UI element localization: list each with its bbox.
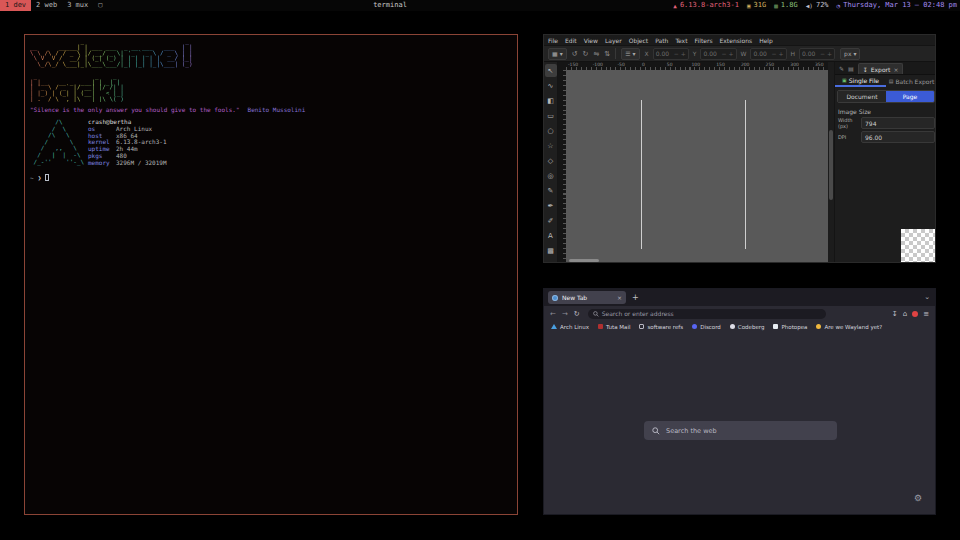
- tab-close-icon[interactable]: ×: [617, 294, 622, 301]
- bookmark-wayland[interactable]: Are we Wayland yet?: [816, 324, 882, 330]
- pencil-dialog-icon[interactable]: ✎: [839, 65, 844, 74]
- forward-icon[interactable]: →: [562, 310, 568, 318]
- bookmark-photopea[interactable]: Photopea: [773, 324, 807, 330]
- bookmark-tuta[interactable]: Tuta Mail: [598, 324, 630, 330]
- spiral-tool[interactable]: ◎: [545, 169, 557, 182]
- menu-text[interactable]: Text: [675, 37, 687, 44]
- bookmark-arch[interactable]: Arch Linux: [551, 324, 589, 330]
- flip-vertical-icon[interactable]: ⇅: [604, 50, 610, 58]
- menu-layer[interactable]: Layer: [605, 37, 622, 44]
- pencil-tool[interactable]: ✎: [545, 184, 557, 197]
- calligraphy-tool[interactable]: ✐: [545, 214, 557, 227]
- workspace-mux[interactable]: 3 mux: [62, 0, 93, 11]
- horizontal-ruler[interactable]: -150-100-50050100150200250300350: [566, 62, 828, 70]
- export-tab-batch-export[interactable]: ▤Batch Export: [886, 75, 936, 87]
- export-tab-single-file[interactable]: ▣Single File: [835, 75, 886, 87]
- plus-icon[interactable]: +: [728, 50, 733, 57]
- export-dialog-tab[interactable]: ↧ Export ×: [858, 63, 904, 74]
- node-tool[interactable]: ∿: [545, 79, 557, 92]
- disk-module[interactable]: ▣31G: [747, 0, 766, 11]
- shape-builder-tool[interactable]: ◧: [545, 94, 557, 107]
- kernel-module[interactable]: ▲6.13.8-arch3-1: [673, 0, 739, 11]
- downloads-icon[interactable]: ↧: [892, 310, 898, 318]
- layers-dialog-icon[interactable]: ▤: [848, 65, 854, 74]
- home-icon[interactable]: ⌂: [903, 310, 907, 318]
- new-tab-button[interactable]: +: [632, 293, 639, 302]
- menu-filters[interactable]: Filters: [695, 37, 713, 44]
- shell-prompt[interactable]: ~ ❯: [30, 174, 49, 181]
- workspace-web[interactable]: 2 web: [31, 0, 62, 11]
- menu-help[interactable]: Help: [759, 37, 773, 44]
- text-tool[interactable]: A: [545, 229, 557, 242]
- export-mode-tabs: ▣Single File▤Batch Export: [835, 75, 936, 87]
- terminal-window[interactable]: _ _ __ _____| | ___ ___ _ __ ___ ___ | |…: [24, 34, 518, 515]
- inkscape-canvas[interactable]: [566, 70, 828, 263]
- box3d-tool[interactable]: ◇: [545, 154, 557, 167]
- url-bar[interactable]: Search or enter address: [588, 309, 826, 319]
- terminal-cursor: [45, 174, 49, 181]
- plus-icon[interactable]: +: [681, 50, 686, 57]
- selection-mode-dropdown[interactable]: ▦▾: [548, 48, 567, 60]
- vertical-scrollbar-thumb[interactable]: [829, 130, 833, 200]
- coordinate-fields: X0.00−+Y0.00−+W0.00−+H0.00−+: [645, 48, 836, 60]
- width-input[interactable]: 794: [861, 117, 935, 129]
- menu-file[interactable]: File: [548, 37, 558, 44]
- bookmark-discord[interactable]: Discord: [692, 324, 721, 330]
- plus-icon[interactable]: +: [778, 50, 783, 57]
- field-x[interactable]: 0.00−+: [653, 48, 689, 60]
- star-tool[interactable]: ☆: [545, 139, 557, 152]
- minus-icon[interactable]: −: [674, 50, 679, 57]
- export-area-buttons: DocumentPage: [837, 90, 935, 103]
- quote-line: "Silence is the only answer you should g…: [30, 106, 305, 113]
- field-h[interactable]: 0.00−+: [799, 48, 835, 60]
- browser-window[interactable]: New Tab × + ⌄ ← → ↻ Search or enter addr…: [543, 288, 936, 515]
- field-w[interactable]: 0.00−+: [750, 48, 786, 60]
- extension-icon[interactable]: [912, 311, 918, 317]
- back-icon[interactable]: ←: [550, 310, 556, 318]
- urlbar-placeholder: Search or enter address: [602, 310, 674, 317]
- unit-dropdown[interactable]: px▾: [840, 48, 860, 60]
- menu-view[interactable]: View: [584, 37, 598, 44]
- minus-icon[interactable]: −: [820, 50, 825, 57]
- memory-module[interactable]: ▥1.8G: [774, 0, 797, 11]
- close-icon[interactable]: ×: [893, 66, 898, 73]
- bookmark-folder[interactable]: software refs: [639, 324, 683, 330]
- menu-edit[interactable]: Edit: [565, 37, 577, 44]
- rectangle-tool[interactable]: ▭: [545, 109, 557, 122]
- snap-dropdown[interactable]: ☰▾: [621, 48, 639, 60]
- page-left-edge: [641, 100, 642, 249]
- gradient-tool[interactable]: ▩: [545, 244, 557, 257]
- gear-icon[interactable]: ⚙: [914, 494, 922, 503]
- rotate-ccw-icon[interactable]: ↺: [572, 50, 578, 58]
- dpi-input[interactable]: 96.00: [861, 131, 935, 143]
- menu-extensions[interactable]: Extensions: [720, 37, 753, 44]
- menu-object[interactable]: Object: [629, 37, 649, 44]
- reload-icon[interactable]: ↻: [574, 310, 580, 318]
- pen-tool[interactable]: ✒: [545, 199, 557, 212]
- workspace-empty[interactable]: ▢: [93, 0, 107, 11]
- web-search-box[interactable]: Search the web: [644, 421, 837, 440]
- dpi-row: DPI 96.00: [838, 131, 935, 143]
- ellipse-tool[interactable]: ○: [545, 124, 557, 137]
- menu-path[interactable]: Path: [655, 37, 668, 44]
- menu-icon[interactable]: ≡: [923, 310, 929, 318]
- rotate-cw-icon[interactable]: ↻: [583, 50, 589, 58]
- export-area-document-button[interactable]: Document: [838, 91, 886, 102]
- horizontal-scrollbar-thumb[interactable]: [569, 259, 599, 262]
- unit-label: px: [844, 50, 851, 57]
- workspace-dev[interactable]: 1 dev: [0, 0, 31, 11]
- active-tab[interactable]: New Tab ×: [548, 291, 626, 304]
- flip-horizontal-icon[interactable]: ⇋: [593, 50, 599, 58]
- plus-icon[interactable]: +: [827, 50, 832, 57]
- field-y[interactable]: 0.00−+: [700, 48, 736, 60]
- list-all-tabs-icon[interactable]: ⌄: [924, 293, 930, 301]
- minus-icon[interactable]: −: [771, 50, 776, 57]
- selector-tool[interactable]: ↖: [545, 64, 557, 77]
- bookmark-codeberg[interactable]: Codeberg: [730, 324, 765, 330]
- inkscape-window[interactable]: FileEditViewLayerObjectPathTextFiltersEx…: [543, 34, 936, 263]
- volume-module[interactable]: ◀)72%: [806, 0, 829, 11]
- clock-module[interactable]: ◔Thursday, Mar 13 — 02:48 pm: [837, 0, 957, 11]
- minus-icon[interactable]: −: [721, 50, 726, 57]
- export-area-page-button[interactable]: Page: [886, 91, 934, 102]
- vertical-ruler[interactable]: [558, 70, 566, 263]
